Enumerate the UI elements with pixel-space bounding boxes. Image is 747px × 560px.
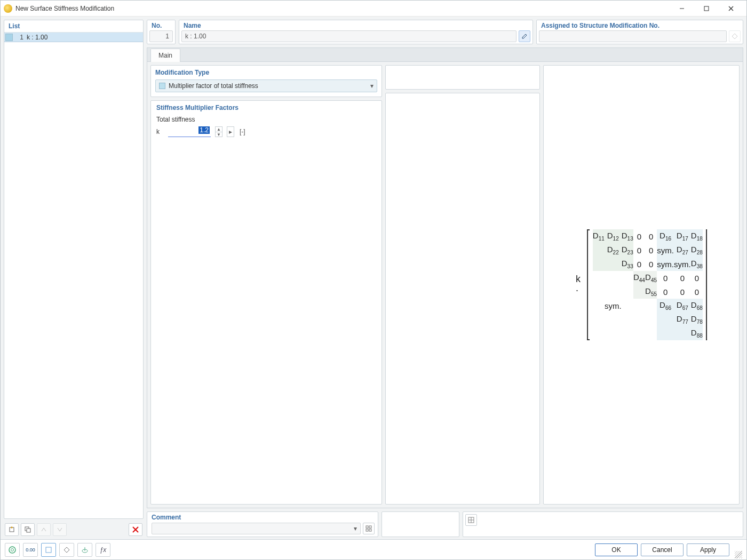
matrix-cell xyxy=(605,271,622,285)
modification-type-select[interactable]: Multiplier factor of total stiffness ▾ xyxy=(155,79,377,92)
matrix-cell: 0 xyxy=(691,271,703,285)
svg-rect-11 xyxy=(366,526,368,528)
tabstrip: Main xyxy=(147,47,743,61)
matrix-cell xyxy=(645,326,657,340)
ok-button[interactable]: OK xyxy=(595,543,638,556)
bracket-left xyxy=(587,229,590,340)
minimize-button[interactable] xyxy=(670,1,694,17)
matrix-cell: D13 xyxy=(622,229,633,243)
matrix-prefix: k · xyxy=(576,274,584,296)
matrix-cell xyxy=(657,326,674,340)
matrix-cell xyxy=(593,243,605,257)
svg-rect-20 xyxy=(46,547,51,553)
copy-item-button[interactable] xyxy=(21,523,35,536)
blank-panel-top xyxy=(385,65,540,90)
comment-title: Comment xyxy=(152,514,375,523)
dropdown-value: Multiplier factor of total stiffness xyxy=(169,82,258,90)
script-button[interactable]: ƒx xyxy=(96,543,110,557)
matrix-cell: 0 xyxy=(645,243,657,257)
k-input[interactable]: 1.2 xyxy=(168,126,211,137)
matrix-cell: D55 xyxy=(645,285,657,299)
toolbar-button-3[interactable] xyxy=(37,523,51,536)
matrix-cell xyxy=(593,326,605,340)
matrix-cell: 0 xyxy=(645,257,657,271)
edit-name-button[interactable] xyxy=(519,30,530,42)
matrix-cell: 0 xyxy=(657,271,674,285)
bracket-right xyxy=(706,229,707,340)
matrix-cell: sym. xyxy=(657,243,674,257)
window-buttons xyxy=(670,1,743,17)
field-no: No. 1 xyxy=(147,20,176,44)
no-input[interactable]: 1 xyxy=(149,30,173,42)
name-label: Name xyxy=(179,20,533,29)
mini-panel-button[interactable] xyxy=(465,514,477,526)
matrix-cell: D66 xyxy=(657,299,674,313)
matrix-cell xyxy=(593,299,605,313)
matrix-cell xyxy=(593,313,605,326)
k-unit: [-] xyxy=(240,128,245,135)
units-button[interactable]: 0.00 xyxy=(23,543,38,557)
close-button[interactable] xyxy=(719,1,743,17)
spin-up-icon[interactable]: ▲ xyxy=(216,127,222,132)
matrix-cell: D28 xyxy=(691,243,703,257)
tabs-area: Main Modification Type Multiplier factor… xyxy=(147,47,743,508)
matrix-cell xyxy=(593,285,605,299)
matrix-cell xyxy=(657,313,674,326)
assigned-label: Assigned to Structure Modification No. xyxy=(537,20,743,29)
pick-assign-button[interactable] xyxy=(729,30,741,42)
cancel-button[interactable]: Cancel xyxy=(641,543,684,556)
app-icon xyxy=(4,4,12,13)
tab-main-content: Modification Type Multiplier factor of t… xyxy=(147,61,743,508)
list-body[interactable]: 1 k : 1.00 xyxy=(4,33,143,518)
matrix-cell: D38 xyxy=(691,257,703,271)
new-item-button[interactable] xyxy=(5,523,19,536)
comment-panel: Comment ▾ xyxy=(147,511,378,537)
view-button-1[interactable] xyxy=(41,543,56,557)
help-button[interactable] xyxy=(5,543,20,557)
matrix-cell: D22 xyxy=(605,243,622,257)
view-button-3[interactable] xyxy=(77,543,92,557)
apply-button[interactable]: Apply xyxy=(687,543,729,556)
matrix-cell: 0 xyxy=(674,271,691,285)
mini-panel-2 xyxy=(463,511,743,537)
matrix-cell: D16 xyxy=(657,229,674,243)
matrix-cell xyxy=(605,313,622,326)
delete-item-button[interactable] xyxy=(129,523,142,536)
matrix-cell: D33 xyxy=(622,257,633,271)
svg-rect-13 xyxy=(366,529,368,531)
matrix-cell: 0 xyxy=(633,243,645,257)
chevron-down-icon[interactable]: ▾ xyxy=(354,525,357,532)
resize-grip[interactable] xyxy=(735,551,742,558)
no-label: No. xyxy=(147,20,175,29)
dialog-window: New Surface Stiffness Modification List … xyxy=(0,0,747,560)
bottom-bar: 0.00 ƒx OK Cancel Apply xyxy=(1,539,746,559)
matrix-cell xyxy=(633,299,645,313)
stiffness-factors-panel: Stiffness Multiplier Factors Total stiff… xyxy=(150,100,382,505)
field-name: Name k : 1.00 xyxy=(179,20,533,44)
matrix-cell xyxy=(633,326,645,340)
comment-library-button[interactable] xyxy=(363,523,375,534)
matrix-panel: k · D11D12D1300D16D17D18D22D2300sym.D27D… xyxy=(543,65,740,505)
view-button-2[interactable] xyxy=(59,543,74,557)
name-input[interactable]: k : 1.00 xyxy=(181,30,516,42)
matrix-cell: D77 xyxy=(674,313,691,326)
list-item[interactable]: 1 k : 1.00 xyxy=(4,33,143,42)
list-panel: List 1 k : 1.00 xyxy=(4,20,144,519)
assigned-input[interactable] xyxy=(539,30,727,42)
matrix-cell: sym. xyxy=(657,257,674,271)
list-item-index: 1 xyxy=(15,34,23,41)
tab-main[interactable]: Main xyxy=(150,49,180,62)
matrix-cell: D67 xyxy=(674,299,691,313)
matrix-cell xyxy=(593,257,605,271)
k-spinner[interactable]: ▲▼ xyxy=(215,126,222,137)
matrix-cell: D78 xyxy=(691,313,703,326)
k-popout-button[interactable]: ▸ xyxy=(227,126,234,137)
maximize-button[interactable] xyxy=(694,1,719,17)
mini-panel-1 xyxy=(382,511,459,537)
content-col-a: Modification Type Multiplier factor of t… xyxy=(150,65,382,505)
blank-panel-tall xyxy=(385,93,540,505)
comment-input[interactable]: ▾ xyxy=(152,523,361,534)
spin-down-icon[interactable]: ▼ xyxy=(216,132,222,137)
toolbar-button-4[interactable] xyxy=(53,523,67,536)
comment-row: Comment ▾ xyxy=(147,511,743,537)
